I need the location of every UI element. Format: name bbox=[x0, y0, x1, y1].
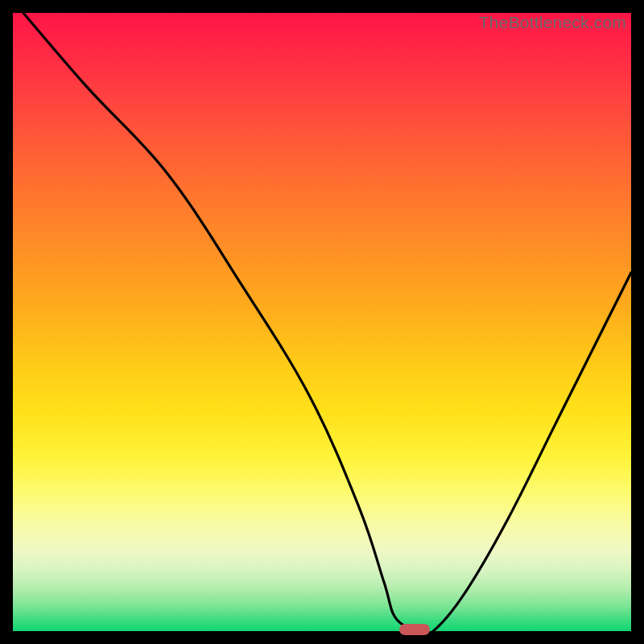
optimal-marker bbox=[399, 624, 430, 635]
plot-area: TheBottleneck.com bbox=[13, 13, 631, 631]
bottleneck-curve bbox=[13, 13, 631, 631]
chart-container: TheBottleneck.com bbox=[0, 0, 644, 644]
